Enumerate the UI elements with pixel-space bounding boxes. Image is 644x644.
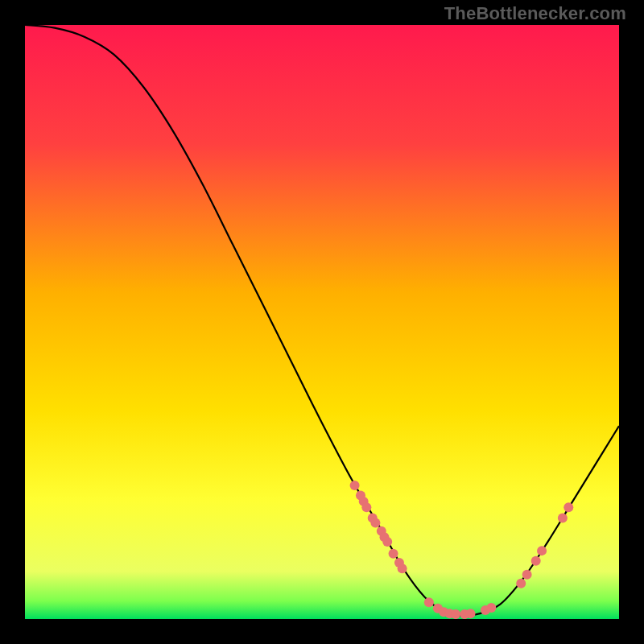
data-marker (486, 603, 496, 613)
data-marker (398, 564, 407, 573)
gradient-bg (25, 25, 619, 619)
data-marker (451, 609, 460, 619)
data-marker (537, 546, 547, 555)
data-marker (466, 609, 476, 618)
data-marker (361, 502, 371, 512)
data-marker (531, 556, 541, 566)
data-marker (370, 518, 380, 527)
plot-area (25, 25, 619, 619)
data-marker (389, 549, 398, 559)
data-marker (424, 597, 434, 607)
data-marker (350, 481, 360, 490)
data-marker (382, 537, 392, 547)
data-marker (516, 579, 526, 588)
chart-svg (25, 25, 619, 619)
data-marker (558, 514, 568, 523)
data-marker (564, 502, 573, 512)
watermark-text: TheBottlenecker.com (444, 3, 626, 24)
chart-container: TheBottlenecker.com (0, 0, 644, 644)
data-marker (522, 570, 532, 580)
